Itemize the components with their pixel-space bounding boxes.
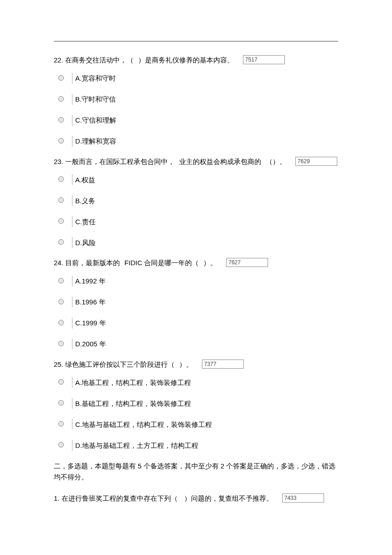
option-text: 宽容和守时 (82, 73, 116, 84)
question-code-input[interactable]: 7629 (295, 157, 337, 166)
option-label: A. (75, 73, 82, 84)
option-row[interactable]: A. 1992 年 (58, 275, 338, 287)
question-number: 24. (54, 258, 63, 268)
option-text: 2005 年 (82, 339, 106, 349)
radio-icon[interactable] (58, 421, 64, 427)
option-separator (72, 94, 72, 105)
question-code-input[interactable]: 7377 (202, 360, 244, 369)
option-text: 1992 年 (82, 276, 106, 287)
option-row[interactable]: D. 理解和宽容 (58, 135, 338, 147)
section2-instructions: 二，多选题，本题型每题有 5 个备选答案，其中至少有 2 个答案是正确的，多选，… (54, 461, 338, 483)
option-separator (72, 440, 72, 451)
option-text: 权益 (82, 175, 95, 185)
option-row[interactable]: C. 1999 年 (58, 317, 338, 329)
radio-icon[interactable] (58, 239, 64, 245)
option-text: 守信和理解 (82, 115, 116, 126)
option-row[interactable]: C. 地基与基础工程，结构工程，装饰装修工程 (58, 418, 338, 430)
question: 22.在商务交往活动中，（）是商务礼仪修养的基本内容。7517A. 宽容和守时B… (54, 55, 338, 147)
option-text: 地基工程，结构工程，装饰装修工程 (82, 378, 191, 388)
option-text: 地基与基础工程，结构工程，装饰装修工程 (82, 420, 212, 430)
option-separator (72, 115, 72, 126)
option-label: B. (75, 399, 82, 409)
radio-icon[interactable] (58, 379, 64, 385)
radio-icon[interactable] (58, 341, 64, 346)
radio-icon[interactable] (58, 442, 64, 447)
question-code-input[interactable]: 7627 (226, 258, 268, 267)
option-row[interactable]: B. 基础工程，结构工程，装饰装修工程 (58, 397, 338, 409)
option-separator (72, 398, 72, 409)
option-text: 1996 年 (82, 297, 106, 308)
horizontal-rule (54, 41, 338, 41)
option-row[interactable]: B. 守时和守信 (58, 93, 338, 105)
option-label: A. (75, 378, 82, 388)
radio-icon[interactable] (58, 176, 64, 182)
question-text: 绿色施工评价按以下三个阶段进行（）。 (65, 360, 197, 370)
question-number: 23. (54, 157, 63, 167)
option-separator (72, 237, 72, 248)
option-separator (72, 318, 72, 329)
option-row[interactable]: D. 2005 年 (58, 338, 338, 349)
option-label: B. (75, 94, 82, 105)
radio-icon[interactable] (58, 218, 64, 224)
option-row[interactable]: A. 地基工程，结构工程，装饰装修工程 (58, 376, 338, 388)
option-label: C. (75, 420, 82, 430)
option-text: 风险 (82, 238, 96, 248)
radio-icon[interactable] (58, 320, 64, 325)
option-label: C. (75, 115, 82, 126)
question-text: 目前，最新版本的FIDIC 合同是哪一年的（）。 (65, 258, 222, 268)
option-label: C. (75, 217, 82, 227)
option-row[interactable]: A. 权益 (58, 173, 338, 185)
option-label: A. (75, 175, 82, 185)
option-separator (72, 339, 72, 349)
option-row[interactable]: B. 义务 (58, 194, 338, 206)
question: 23.一般而言，在国际工程承包合同中，业主的权益会构成承包商的（）。7629A.… (54, 157, 338, 248)
option-separator (72, 136, 72, 147)
option-separator (72, 419, 72, 430)
option-row[interactable]: C. 责任 (58, 215, 338, 227)
option-separator (72, 216, 72, 227)
option-row[interactable]: A. 宽容和守时 (58, 72, 338, 84)
option-label: B. (75, 297, 82, 308)
question: 24.目前，最新版本的FIDIC 合同是哪一年的（）。7627A. 1992 年… (54, 258, 338, 349)
radio-icon[interactable] (58, 75, 64, 81)
question-text: 一般而言，在国际工程承包合同中，业主的权益会构成承包商的（）。 (65, 157, 291, 167)
option-text: 基础工程，结构工程，装饰装修工程 (82, 399, 191, 409)
question-number: 1. (54, 493, 60, 504)
question-number: 25. (54, 360, 63, 370)
question-text: 在商务交往活动中，（）是商务礼仪修养的基本内容。 (65, 55, 238, 66)
radio-icon[interactable] (58, 138, 64, 144)
radio-icon[interactable] (58, 299, 64, 304)
option-label: D. (75, 136, 82, 147)
option-label: A. (75, 276, 82, 287)
option-text: 理解和宽容 (82, 136, 116, 147)
option-separator (72, 297, 72, 308)
option-row[interactable]: B. 1996 年 (58, 296, 338, 308)
option-row[interactable]: D. 地基与基础工程，土方工程，结构工程 (58, 439, 338, 451)
radio-icon[interactable] (58, 96, 64, 102)
option-label: D. (75, 441, 82, 451)
option-separator (72, 73, 72, 84)
option-text: 责任 (82, 217, 96, 227)
question: 25.绿色施工评价按以下三个阶段进行（）。7377A. 地基工程，结构工程，装饰… (54, 360, 338, 451)
section2-question-1: 1. 在进行鲁班奖工程的复查中存在下列（ ）问题的，复查组不予推荐。 7433 (54, 493, 338, 504)
option-label: D. (75, 339, 82, 349)
question-code-input[interactable]: 7433 (282, 493, 324, 503)
option-row[interactable]: D. 风险 (58, 236, 338, 248)
radio-icon[interactable] (58, 278, 64, 283)
option-label: B. (75, 196, 82, 206)
option-text: 1999 年 (82, 318, 106, 329)
option-separator (72, 195, 72, 206)
option-row[interactable]: C. 守信和理解 (58, 114, 338, 126)
question-text: 在进行鲁班奖工程的复查中存在下列（ ）问题的，复查组不予推荐。 (62, 493, 278, 504)
radio-icon[interactable] (58, 197, 64, 203)
option-separator (72, 276, 72, 287)
option-label: D. (75, 238, 82, 248)
question-code-input[interactable]: 7517 (243, 55, 285, 64)
option-separator (72, 377, 72, 388)
option-label: C. (75, 318, 82, 329)
question-number: 22. (54, 55, 63, 66)
radio-icon[interactable] (58, 400, 64, 406)
radio-icon[interactable] (58, 117, 64, 123)
option-separator (72, 174, 72, 185)
option-text: 义务 (82, 196, 95, 206)
